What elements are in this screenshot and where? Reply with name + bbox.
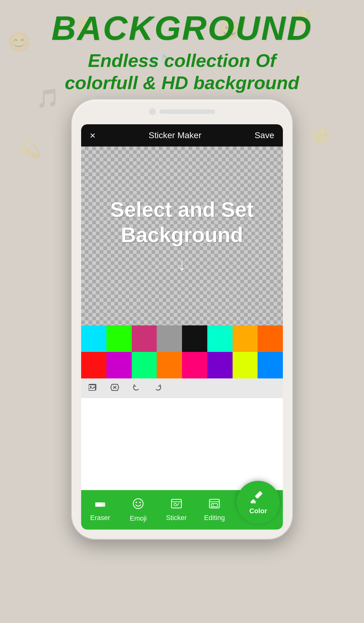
nav-item-emoji[interactable]: Emoji: [119, 490, 158, 530]
color-swatch-green[interactable]: [106, 325, 132, 352]
subtitle-line1: Endless collection Of: [88, 50, 276, 71]
svg-point-10: [136, 501, 137, 503]
phone-speaker: [159, 109, 215, 114]
color-swatch-magenta[interactable]: [106, 352, 132, 378]
color-swatch-teal[interactable]: [207, 325, 233, 352]
svg-point-11: [139, 501, 141, 503]
phone-camera: [149, 108, 156, 115]
app-title: Sticker Maker: [149, 130, 201, 140]
emoji-icon: [132, 497, 144, 513]
svg-point-14: [174, 503, 176, 506]
color-swatch-purple[interactable]: [207, 352, 233, 378]
subtitle: Endless collection Of colorfull & HD bac…: [0, 50, 364, 94]
color-swatch-red[interactable]: [81, 352, 106, 378]
phone-outer: × Sticker Maker Save Select and Set Back…: [71, 99, 293, 540]
nav-label-editing: Editing: [204, 514, 225, 522]
color-swatch-orange[interactable]: [258, 325, 283, 352]
phone-screen: × Sticker Maker Save Select and Set Back…: [81, 124, 283, 530]
color-swatch-pink[interactable]: [132, 325, 157, 352]
subtitle-line2: colorfull & HD background: [65, 72, 299, 93]
color-swatch-black[interactable]: [182, 325, 207, 352]
main-title: BACKGROUND: [0, 9, 364, 47]
toolbar-row: [81, 378, 283, 398]
undo-icon[interactable]: [132, 383, 141, 394]
nav-item-eraser[interactable]: Eraser: [81, 490, 119, 530]
color-fab[interactable]: Color: [237, 481, 280, 524]
redo-icon[interactable]: [153, 383, 163, 394]
nav-label-eraser: Eraser: [90, 514, 110, 522]
nav-label-sticker: Sticker: [166, 514, 187, 522]
save-button[interactable]: Save: [254, 130, 274, 140]
nav-label-emoji: Emoji: [130, 514, 147, 522]
app-header: × Sticker Maker Save: [81, 124, 283, 146]
color-palette-row1: [81, 325, 283, 352]
eraser-icon: [94, 498, 106, 512]
color-swatch-darkorange[interactable]: [157, 352, 182, 378]
color-swatch-lime[interactable]: [132, 352, 157, 378]
close-button[interactable]: ×: [90, 130, 96, 141]
nav-item-editing[interactable]: Editing: [196, 490, 234, 530]
svg-rect-17: [211, 504, 217, 507]
color-swatch-hotpink[interactable]: [182, 352, 207, 378]
svg-rect-19: [255, 491, 263, 499]
svg-point-9: [133, 499, 143, 509]
top-section: BACKGROUND Endless collection Of colorfu…: [0, 0, 364, 94]
color-swatch-yellow[interactable]: [233, 352, 258, 378]
color-palette-row2: [81, 352, 283, 378]
color-swatch-gray[interactable]: [157, 325, 182, 352]
color-fab-label: Color: [249, 507, 267, 515]
remove-icon[interactable]: [110, 383, 119, 394]
nav-item-sticker[interactable]: Sticker: [157, 490, 196, 530]
svg-point-21: [253, 501, 256, 504]
sticker-icon: [170, 498, 183, 512]
canvas-area[interactable]: Select and Set Background ↓: [81, 146, 283, 325]
bottom-nav: Eraser Emoji: [81, 490, 283, 530]
color-swatch-amber[interactable]: [233, 325, 258, 352]
canvas-instruction-text: Select and Set Background: [110, 197, 254, 247]
phone-top-bar: [149, 108, 215, 115]
phone-wrapper: × Sticker Maker Save Select and Set Back…: [71, 99, 293, 540]
gallery-icon[interactable]: [89, 383, 98, 394]
editing-icon: [208, 498, 221, 512]
color-swatch-cyan[interactable]: [81, 325, 106, 352]
canvas-arrow-icon: ↓: [177, 254, 187, 275]
color-swatch-blue[interactable]: [258, 352, 283, 378]
eyedropper-icon: [250, 490, 266, 506]
